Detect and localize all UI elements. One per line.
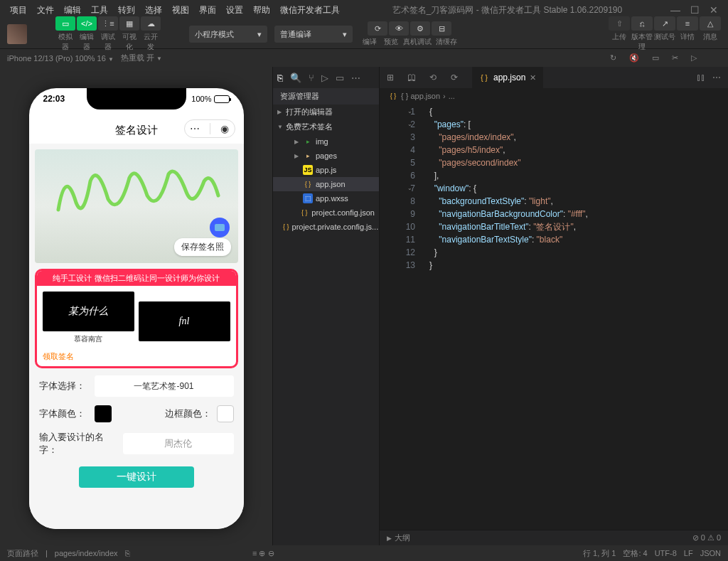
tree-item-app.json[interactable]: { }app.json xyxy=(273,177,379,191)
eol[interactable]: LF xyxy=(684,549,693,557)
menu-选择[interactable]: 选择 xyxy=(141,3,166,18)
indent-setting[interactable]: 空格: 4 xyxy=(623,548,647,559)
debugger-button[interactable]: ⋮≡ xyxy=(98,16,118,31)
close-tab-icon[interactable]: ✕ xyxy=(530,73,536,82)
maximize-button[interactable]: ☐ xyxy=(690,4,700,16)
menu-文件[interactable]: 文件 xyxy=(33,3,58,18)
device-icon[interactable]: ▭ xyxy=(649,52,662,64)
promo-sample[interactable]: 某为什么慕容南宫 xyxy=(43,292,134,344)
border-color-picker[interactable] xyxy=(217,405,234,422)
save-signature-button[interactable]: 保存签名照 xyxy=(174,238,231,256)
close-button[interactable]: ✕ xyxy=(710,4,718,16)
font-select[interactable]: 一笔艺术签-901 xyxy=(95,375,234,397)
real-debug-button[interactable]: ⚙ xyxy=(410,21,430,36)
design-button[interactable]: 一键设计 xyxy=(79,466,194,488)
capsule-close-icon[interactable]: ◉ xyxy=(220,123,229,134)
split-editor-icon[interactable]: ⫿⫿ xyxy=(697,73,705,82)
editor-button[interactable]: </> xyxy=(77,16,97,31)
code-line-2[interactable]: "pages": [ xyxy=(429,118,728,131)
messages-button[interactable]: △ xyxy=(700,16,721,31)
sim-control-icon[interactable]: ≡ ⊕ ⊖ xyxy=(252,549,274,558)
code-line-5[interactable]: "pages/second/index" xyxy=(429,156,728,169)
menu-微信开发者工具[interactable]: 微信开发者工具 xyxy=(276,3,344,18)
explorer-tab-more[interactable]: ⋯ xyxy=(351,73,360,83)
simulator-button[interactable]: ▭ xyxy=(55,16,75,31)
code-line-11[interactable]: "navigationBarTextStyle": "black" xyxy=(429,233,728,246)
menu-设置[interactable]: 设置 xyxy=(222,3,247,18)
encoding[interactable]: UTF-8 xyxy=(655,549,677,557)
breadcrumb-more[interactable]: ... xyxy=(449,92,455,100)
code-line-3[interactable]: "pages/index/index", xyxy=(429,131,728,144)
tree-item-app.wxss[interactable]: ⬚app.wxss xyxy=(273,191,379,205)
cut-icon[interactable]: ✂ xyxy=(669,52,681,64)
cursor-position[interactable]: 行 1, 列 1 xyxy=(583,548,616,559)
menu-编辑[interactable]: 编辑 xyxy=(60,3,85,18)
menu-转到[interactable]: 转到 xyxy=(114,3,139,18)
tree-item-project.config.json[interactable]: { }project.config.json xyxy=(273,205,379,220)
test-account-button[interactable]: ↗ xyxy=(654,16,675,31)
editor-tab-appjson[interactable]: { } app.json ✕ xyxy=(472,67,544,88)
tree-item-project.private.config.js...[interactable]: { }project.private.config.js... xyxy=(273,220,379,234)
font-color-picker[interactable] xyxy=(95,405,112,422)
problems-count[interactable]: ⊘ 0 ⚠ 0 xyxy=(692,533,721,543)
minimize-button[interactable]: — xyxy=(670,4,680,16)
compile-button[interactable]: ⟳ xyxy=(368,21,387,36)
language-mode[interactable]: JSON xyxy=(700,549,721,557)
device-selector[interactable]: iPhone 12/13 (Pro) 100% 16 ▼ xyxy=(7,54,114,63)
explorer-tab-files[interactable]: ⎘ xyxy=(277,73,283,83)
avatar[interactable] xyxy=(7,24,27,44)
hot-reload-toggle[interactable]: 热重载 开 ▼ xyxy=(121,53,162,63)
promo-link[interactable]: 领取签名 xyxy=(37,350,236,366)
copy-icon[interactable]: ⎘ xyxy=(125,549,130,557)
visual-button[interactable]: ▦ xyxy=(119,16,139,31)
capsule-button[interactable]: ⋯ ◉ xyxy=(184,119,235,138)
editor-body[interactable]: 1⌄2⌄34567⌄8910111213 { "pages": [ "pages… xyxy=(380,104,728,530)
editor-save-icon[interactable]: 🕮 xyxy=(401,67,422,88)
preview-button[interactable]: 👁 xyxy=(389,21,409,36)
mute-icon[interactable]: 🔇 xyxy=(626,52,642,64)
menu-界面[interactable]: 界面 xyxy=(195,3,220,18)
menu-工具[interactable]: 工具 xyxy=(87,3,112,18)
menu-视图[interactable]: 视图 xyxy=(168,3,193,18)
clear-cache-button[interactable]: ⊟ xyxy=(432,21,451,36)
editor-undo-icon[interactable]: ⟲ xyxy=(422,67,444,88)
promo-sample[interactable]: fnl xyxy=(139,301,230,344)
code-line-8[interactable]: "backgroundTextStyle": "light", xyxy=(429,195,728,208)
outline-bar[interactable]: ▶ 大纲 ⊘ 0 ⚠ 0 xyxy=(380,530,728,545)
code-line-13[interactable]: } xyxy=(429,259,728,272)
code-line-7[interactable]: "window": { xyxy=(429,182,728,195)
version-button[interactable]: ⎌ xyxy=(631,16,653,31)
code-line-10[interactable]: "navigationBarTitleText": "签名设计", xyxy=(429,220,728,233)
menu-项目[interactable]: 项目 xyxy=(6,3,31,18)
more-icon[interactable]: ▷ xyxy=(688,52,700,64)
code-line-9[interactable]: "navigationBarBackgroundColor": "#fff", xyxy=(429,208,728,220)
editor-toggle-icon[interactable]: ⊞ xyxy=(380,67,401,88)
open-editors-section[interactable]: ▶打开的编辑器 xyxy=(273,105,379,119)
explorer-tab-search[interactable]: 🔍 xyxy=(290,73,301,83)
editor-more-icon[interactable]: ⋯ xyxy=(712,73,721,82)
tree-item-pages[interactable]: ▶▸pages xyxy=(273,149,379,163)
capsule-menu-icon[interactable]: ⋯ xyxy=(190,123,200,134)
cloud-dev-button[interactable]: ☁ xyxy=(141,16,161,31)
explorer-tab-ext[interactable]: ▭ xyxy=(336,73,344,83)
code-line-12[interactable]: } xyxy=(429,246,728,259)
tree-item-app.js[interactable]: JSapp.js xyxy=(273,163,379,177)
code-line-1[interactable]: { xyxy=(429,105,728,118)
code-line-6[interactable]: ], xyxy=(429,169,728,182)
explorer-tab-git[interactable]: ⑂ xyxy=(309,73,314,83)
name-input[interactable]: 周杰伦 xyxy=(123,433,234,454)
breadcrumb-file[interactable]: { } app.json xyxy=(401,92,440,100)
menu-帮助[interactable]: 帮助 xyxy=(249,3,274,18)
compile-dropdown[interactable]: 普通编译▾ xyxy=(274,26,353,43)
upload-button[interactable]: ⇧ xyxy=(609,16,630,31)
details-button[interactable]: ≡ xyxy=(677,16,698,31)
project-section[interactable]: ▼免费艺术签名 xyxy=(273,119,379,134)
mode-dropdown[interactable]: 小程序模式▾ xyxy=(189,26,267,43)
camera-icon[interactable] xyxy=(210,218,230,237)
page-path[interactable]: pages/index/index xyxy=(55,549,118,557)
rotate-icon[interactable]: ↻ xyxy=(607,52,619,64)
explorer-tab-debug[interactable]: ▷ xyxy=(321,73,328,83)
breadcrumb[interactable]: { } { } app.json › ... xyxy=(380,88,728,104)
code-line-4[interactable]: "pages/h5/index", xyxy=(429,144,728,156)
tree-item-img[interactable]: ▶▸img xyxy=(273,134,379,149)
